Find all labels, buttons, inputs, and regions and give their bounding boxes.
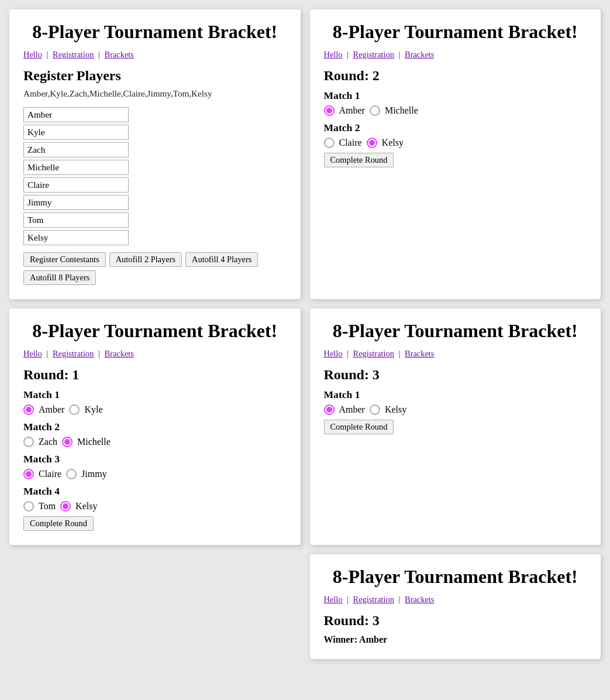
round3a-match1-player2: Kelsy xyxy=(385,404,406,415)
register-contestants-button[interactable]: Register Contestants xyxy=(23,252,106,267)
round1-match4-radio1[interactable] xyxy=(23,501,34,512)
card-title-round2: 8-Player Tournament Bracket! xyxy=(324,21,587,43)
round1-match2-players: Zach Michelle xyxy=(23,437,287,447)
round1-match1-radio2[interactable] xyxy=(69,404,80,415)
winner-text: Winner: Amber xyxy=(324,634,587,645)
round2-match2-radio1[interactable] xyxy=(324,138,335,148)
round2-match2-title: Match 2 xyxy=(324,122,587,134)
nav-registration: Hello | Registration | Brackets xyxy=(23,50,287,60)
round1-match4-player1: Tom xyxy=(39,501,56,512)
round1-match2-radio1[interactable] xyxy=(23,437,34,447)
card-title-round3b: 8-Player Tournament Bracket! xyxy=(324,566,587,588)
nav-sep2-r3a: | xyxy=(399,349,401,358)
round3a-title: Round: 3 xyxy=(324,367,587,383)
nav-sep2-r3b: | xyxy=(399,595,401,604)
round1-match3-player1: Claire xyxy=(39,469,61,479)
round1-match4-player2: Kelsy xyxy=(75,501,97,512)
nav-hello-link-r2[interactable]: Hello xyxy=(324,50,343,59)
nav-sep1-r1: | xyxy=(47,349,49,358)
player-input-2[interactable] xyxy=(23,125,129,140)
round1-match3-players: Claire Jimmy xyxy=(23,469,287,479)
player-input-3[interactable] xyxy=(23,142,129,157)
nav-hello-link-r1[interactable]: Hello xyxy=(23,349,42,358)
nav-registration-link-r1[interactable]: Registration xyxy=(53,349,94,358)
round3a-match1-players: Amber Kelsy xyxy=(324,404,587,415)
player-input-7[interactable] xyxy=(23,212,129,228)
nav-hello-link-r3b[interactable]: Hello xyxy=(324,595,343,604)
round1-card: 8-Player Tournament Bracket! Hello | Reg… xyxy=(9,308,301,545)
nav-sep2: | xyxy=(98,50,100,59)
round1-match2-title: Match 2 xyxy=(23,421,287,433)
nav-sep2-r1: | xyxy=(98,349,100,358)
round1-match3-player2: Jimmy xyxy=(81,469,107,479)
round3a-match1-radio1[interactable] xyxy=(324,404,335,415)
nav-brackets-link-r2[interactable]: Brackets xyxy=(405,50,434,59)
round3b-card: 8-Player Tournament Bracket! Hello | Reg… xyxy=(310,554,601,659)
nav-sep1-r2: | xyxy=(347,50,349,59)
round1-title: Round: 1 xyxy=(23,367,287,383)
round1-match3-radio1[interactable] xyxy=(23,469,34,479)
round2-match1-radio1[interactable] xyxy=(324,105,335,116)
player-input-5[interactable] xyxy=(23,177,129,193)
round3a-match1-title: Match 1 xyxy=(324,389,587,401)
round2-match1-player1: Amber xyxy=(339,105,365,116)
nav-brackets-link-r1[interactable]: Brackets xyxy=(105,349,134,358)
nav-round2: Hello | Registration | Brackets xyxy=(324,50,587,60)
register-players-title: Register Players xyxy=(23,68,287,84)
nav-registration-link-r2[interactable]: Registration xyxy=(353,50,394,59)
nav-hello-link-r3a[interactable]: Hello xyxy=(324,349,343,358)
nav-brackets-link[interactable]: Brackets xyxy=(105,50,134,59)
round2-match1-title: Match 1 xyxy=(324,90,587,102)
round2-card: 8-Player Tournament Bracket! Hello | Reg… xyxy=(310,9,601,299)
nav-registration-link[interactable]: Registration xyxy=(53,50,94,59)
round2-match1-players: Amber Michelle xyxy=(324,105,587,116)
nav-brackets-link-r3b[interactable]: Brackets xyxy=(405,595,434,604)
card-title-registration: 8-Player Tournament Bracket! xyxy=(23,21,287,43)
nav-round3b: Hello | Registration | Brackets xyxy=(324,595,587,605)
player-input-1[interactable] xyxy=(23,107,129,122)
round1-match4-players: Tom Kelsy xyxy=(23,501,287,512)
round2-match2-radio2[interactable] xyxy=(367,138,377,148)
nav-round3a: Hello | Registration | Brackets xyxy=(324,349,587,359)
round3a-card: 8-Player Tournament Bracket! Hello | Reg… xyxy=(310,308,601,545)
card-title-round3a: 8-Player Tournament Bracket! xyxy=(324,320,587,342)
nav-sep2-r2: | xyxy=(399,50,401,59)
nav-registration-link-r3a[interactable]: Registration xyxy=(353,349,394,358)
round2-title: Round: 2 xyxy=(324,68,587,84)
round1-match4-radio2[interactable] xyxy=(60,501,71,512)
round1-match2-player2: Michelle xyxy=(77,437,111,447)
round1-match1-title: Match 1 xyxy=(23,389,287,401)
player-input-8[interactable] xyxy=(23,230,129,245)
nav-brackets-link-r3a[interactable]: Brackets xyxy=(405,349,434,358)
nav-registration-link-r3b[interactable]: Registration xyxy=(353,595,394,604)
registration-card: 8-Player Tournament Bracket! Hello | Reg… xyxy=(9,9,301,299)
nav-sep1-r3b: | xyxy=(347,595,349,604)
player-input-4[interactable] xyxy=(23,160,129,175)
nav-sep1: | xyxy=(47,50,49,59)
round2-match2-players: Claire Kelsy xyxy=(324,138,587,148)
players-list-text: Amber,Kyle,Zach,Michelle,Claire,Jimmy,To… xyxy=(23,88,287,99)
round3a-match1-player1: Amber xyxy=(339,404,365,415)
autofill-2-button[interactable]: Autofill 2 Players xyxy=(109,252,182,267)
registration-buttons: Register Contestants Autofill 2 Players … xyxy=(23,252,287,285)
nav-round1: Hello | Registration | Brackets xyxy=(23,349,287,359)
nav-hello-link[interactable]: Hello xyxy=(23,50,42,59)
round1-match2-player1: Zach xyxy=(39,437,57,447)
complete-round3a-button[interactable]: Complete Round xyxy=(324,420,394,434)
round2-match1-player2: Michelle xyxy=(385,105,418,116)
card-title-round1: 8-Player Tournament Bracket! xyxy=(23,320,287,342)
autofill-4-button[interactable]: Autofill 4 Players xyxy=(185,252,258,267)
complete-round1-button[interactable]: Complete Round xyxy=(23,516,94,531)
round2-match2-player2: Kelsy xyxy=(382,138,404,148)
round2-match1-radio2[interactable] xyxy=(370,105,380,116)
round1-match3-radio2[interactable] xyxy=(66,469,77,479)
round1-match1-radio1[interactable] xyxy=(23,404,34,415)
complete-round2-button[interactable]: Complete Round xyxy=(324,153,394,167)
round1-match1-players: Amber Kyle xyxy=(23,404,287,415)
round1-match2-radio2[interactable] xyxy=(62,437,73,447)
round1-match1-player1: Amber xyxy=(39,404,64,415)
round1-match1-player2: Kyle xyxy=(84,404,102,415)
round3a-match1-radio2[interactable] xyxy=(370,404,380,415)
autofill-8-button[interactable]: Autofill 8 Players xyxy=(23,270,96,285)
player-input-6[interactable] xyxy=(23,195,129,210)
